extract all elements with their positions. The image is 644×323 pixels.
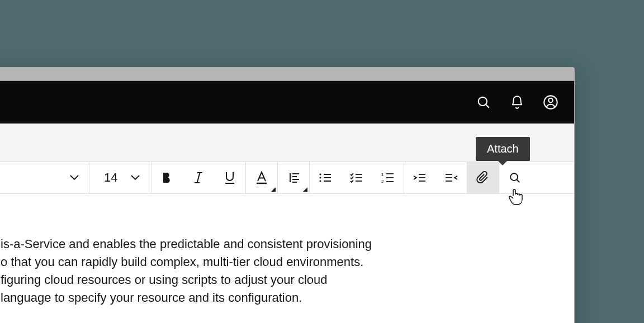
chevron-down-icon [70,175,79,180]
indent-increase-button[interactable] [404,162,435,193]
check-list-icon [350,173,363,183]
user-avatar-icon [543,94,558,110]
account-button[interactable] [534,86,567,119]
svg-line-6 [197,173,200,183]
text-color-icon [255,171,268,184]
font-family-select[interactable] [0,162,89,193]
bold-icon [162,172,173,184]
window-titlebar [0,68,574,81]
svg-point-0 [479,97,487,106]
svg-point-15 [320,173,321,175]
italic-icon [193,172,203,184]
bold-button[interactable] [151,162,183,193]
align-left-icon [287,172,300,183]
svg-point-17 [320,180,321,182]
paragraph-align-button[interactable] [278,162,309,193]
text-color-button[interactable] [246,162,277,193]
underline-icon [224,171,235,184]
bulleted-list-icon [319,173,332,183]
search-icon [476,95,491,110]
editor-toolbar: 14 [0,162,574,194]
find-button[interactable] [499,162,531,193]
svg-text:1: 1 [381,172,384,177]
underline-button[interactable] [214,162,245,193]
indent-decrease-icon [444,173,458,183]
app-header [0,81,574,124]
dropdown-corner-icon [303,187,307,192]
document-body[interactable]: is-a-Service and enables the predictable… [0,194,574,323]
tooltip-label: Attach [487,142,519,155]
svg-point-35 [511,173,518,180]
app-window: 14 [0,67,575,323]
svg-line-1 [486,104,489,108]
svg-point-16 [320,177,321,178]
bulleted-list-button[interactable] [310,162,341,193]
text-line: o that you can rapidly build complex, mu… [1,253,557,271]
italic-button[interactable] [183,162,214,193]
search-button[interactable] [467,86,500,119]
attach-icon [476,171,490,184]
numbered-list-icon: 12 [381,172,395,183]
svg-line-36 [517,179,520,182]
text-line: is-a-Service and enables the predictable… [1,235,557,253]
dropdown-corner-icon [271,187,276,192]
svg-point-3 [548,98,552,102]
attach-tooltip: Attach [476,137,530,161]
font-size-value: 14 [104,170,117,185]
indent-decrease-button[interactable] [435,162,467,193]
bell-icon [510,95,524,110]
search-icon [509,172,521,184]
text-line: figuring cloud resources or using script… [1,271,557,289]
svg-text:2: 2 [381,179,384,183]
indent-increase-icon [413,173,427,183]
check-list-button[interactable] [341,162,372,193]
chevron-down-icon [131,175,140,180]
attach-button[interactable] [467,162,499,193]
font-size-select[interactable]: 14 [89,162,151,193]
text-line: language to specify your resource and it… [1,289,557,307]
notifications-button[interactable] [500,86,534,119]
numbered-list-button[interactable]: 12 [372,162,404,193]
